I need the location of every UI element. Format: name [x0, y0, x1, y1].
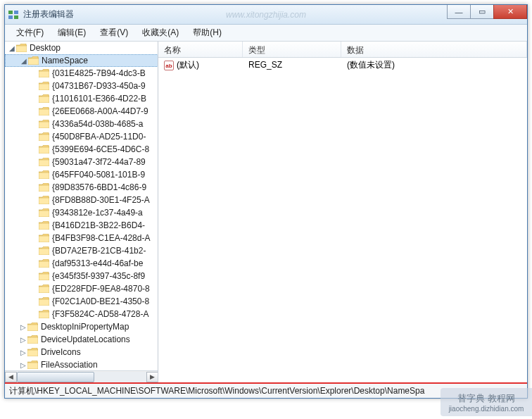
tree-item-guid-3[interactable]: {26EE0668-A00A-44D7-9: [5, 105, 158, 118]
tree-item-guid-17[interactable]: {ED228FDF-9EA8-4870-8: [5, 282, 158, 295]
statusbar: 计算机\HKEY_LOCAL_MACHINE\SOFTWARE\Microsof…: [5, 382, 527, 398]
tree-item-guid-0[interactable]: {031E4825-7B94-4dc3-B: [5, 67, 158, 80]
tree-item-guid-15[interactable]: {daf95313-e44d-46af-be: [5, 257, 158, 270]
expander-icon[interactable]: ▷: [19, 349, 27, 356]
col-header-name[interactable]: 名称: [158, 42, 243, 57]
scroll-track[interactable]: [17, 372, 146, 382]
menu-view[interactable]: 查看(V): [93, 25, 135, 41]
tree-label: {e345f35f-9397-435c-8f9: [52, 271, 145, 281]
tree-item-guid-6[interactable]: {5399E694-6CE5-4D6C-8: [5, 143, 158, 156]
tree-label: {450D8FBA-AD25-11D0-: [52, 132, 146, 142]
window-title: 注册表编辑器: [23, 8, 74, 20]
maximize-button[interactable]: ▭: [470, 5, 494, 19]
tree-item-driveicons[interactable]: ▷DriveIcons: [5, 346, 158, 358]
folder-icon: [39, 259, 49, 268]
window-frame: 注册表编辑器 www.xitongzhijia.com — ▭ ✕ 文件(F) …: [4, 4, 528, 399]
tree-label: {11016101-E366-4D22-B: [52, 94, 146, 104]
minimize-button[interactable]: —: [447, 5, 471, 19]
tree-item-guid-4[interactable]: {4336a54d-038b-4685-a: [5, 118, 158, 130]
tree-label: {B4FB3F98-C1EA-428d-A: [52, 233, 150, 243]
col-header-data[interactable]: 数据: [341, 42, 527, 57]
tree-item-guid-13[interactable]: {B4FB3F98-C1EA-428d-A: [5, 232, 158, 244]
expander-icon[interactable]: ▷: [19, 323, 27, 331]
folder-icon: [27, 361, 38, 369]
tree-item-deviceupdatelocations[interactable]: ▷DeviceUpdateLocations: [5, 333, 158, 346]
tree-root-desktop[interactable]: ◢Desktop: [5, 42, 158, 54]
scroll-right-button[interactable]: ▶: [146, 372, 158, 382]
close-button[interactable]: ✕: [493, 5, 527, 19]
tree-item-guid-14[interactable]: {BD7A2E7B-21CB-41b2-: [5, 244, 158, 257]
menubar: 文件(F) 编辑(E) 查看(V) 收藏夹(A) 帮助(H): [5, 25, 527, 42]
folder-icon: [39, 158, 49, 166]
folder-icon: [39, 234, 49, 242]
tree-pane[interactable]: ◢Desktop◢NameSpace{031E4825-7B94-4dc3-B{…: [5, 42, 158, 382]
scroll-left-button[interactable]: ◀: [5, 372, 17, 382]
expander-icon[interactable]: ▷: [19, 361, 27, 369]
tree-label: {645FF040-5081-101B-9: [52, 170, 145, 180]
tree-label: {9343812e-1c37-4a49-a: [52, 208, 143, 218]
folder-icon: [27, 323, 38, 331]
folder-icon: [28, 56, 39, 65]
tree-label: {89D83576-6BD1-4c86-9: [52, 182, 146, 192]
tree-label: {daf95313-e44d-46af-be: [52, 258, 143, 268]
svg-rect-3: [14, 15, 18, 19]
expander-icon[interactable]: ▷: [19, 336, 27, 344]
tree-label: DesktopIniPropertyMap: [41, 322, 129, 332]
scroll-thumb[interactable]: [17, 372, 94, 382]
menu-help[interactable]: 帮助(H): [186, 25, 229, 41]
tree-item-desktopinipropertymap[interactable]: ▷DesktopIniPropertyMap: [5, 320, 158, 333]
tree-item-guid-12[interactable]: {B416D21B-3B22-B6D4-: [5, 219, 158, 232]
folder-icon: [39, 82, 49, 90]
tree-item-guid-11[interactable]: {9343812e-1c37-4a49-a: [5, 206, 158, 219]
content-area: ◢Desktop◢NameSpace{031E4825-7B94-4dc3-B{…: [5, 42, 527, 382]
folder-icon: [39, 145, 49, 154]
tree-item-guid-8[interactable]: {645FF040-5081-101B-9: [5, 168, 158, 181]
tree-item-namespace[interactable]: ◢NameSpace: [5, 54, 158, 67]
list-body[interactable]: ab(默认)REG_SZ(数值未设置): [158, 58, 527, 382]
tree-label: {031E4825-7B94-4dc3-B: [52, 68, 146, 78]
tree-item-guid-19[interactable]: {F3F5824C-AD58-4728-A: [5, 308, 158, 320]
tree-label: {26EE0668-A00A-44D7-9: [52, 106, 148, 116]
tree-item-guid-9[interactable]: {89D83576-6BD1-4c86-9: [5, 181, 158, 194]
tree-hscrollbar[interactable]: ◀ ▶: [5, 370, 158, 382]
tree-label: {5399E694-6CE5-4D6C-8: [52, 144, 149, 154]
menu-edit[interactable]: 编辑(E): [51, 25, 93, 41]
folder-icon: [39, 69, 49, 77]
expander-icon[interactable]: ◢: [8, 44, 16, 52]
titlebar[interactable]: 注册表编辑器 www.xitongzhijia.com — ▭ ✕: [5, 5, 527, 25]
tree-item-guid-18[interactable]: {F02C1A0D-BE21-4350-8: [5, 295, 158, 308]
tree-label: {F3F5824C-AD58-4728-A: [52, 309, 148, 319]
folder-icon: [39, 196, 49, 204]
tree-label: {04731B67-D933-450a-9: [52, 81, 146, 91]
folder-icon: [39, 183, 49, 192]
folder-icon: [39, 107, 49, 115]
watermark-text: www.xitongzhijia.com: [226, 10, 306, 20]
folder-icon: [39, 120, 49, 128]
folder-icon: [39, 310, 49, 318]
expander-icon[interactable]: ◢: [20, 57, 28, 65]
tree-label: Desktop: [30, 43, 61, 53]
tree-label: {4336a54d-038b-4685-a: [52, 119, 143, 129]
tree-item-fileassociation[interactable]: ▷FileAssociation: [5, 358, 158, 371]
statusbar-path: 计算机\HKEY_LOCAL_MACHINE\SOFTWARE\Microsof…: [9, 385, 424, 397]
col-header-type[interactable]: 类型: [243, 42, 341, 57]
folder-icon: [39, 221, 49, 230]
tree-label: {ED228FDF-9EA8-4870-8: [52, 284, 150, 294]
window-controls: — ▭ ✕: [448, 5, 527, 19]
tree-label: {59031a47-3f72-44a7-89: [52, 157, 146, 167]
list-row[interactable]: ab(默认)REG_SZ(数值未设置): [158, 58, 527, 72]
tree-item-guid-7[interactable]: {59031a47-3f72-44a7-89: [5, 156, 158, 168]
tree-item-guid-16[interactable]: {e345f35f-9397-435c-8f9: [5, 270, 158, 282]
tree-item-guid-10[interactable]: {8FD8B88D-30E1-4F25-A: [5, 194, 158, 206]
tree-item-guid-5[interactable]: {450D8FBA-AD25-11D0-: [5, 130, 158, 143]
tree-item-guid-1[interactable]: {04731B67-D933-450a-9: [5, 80, 158, 92]
folder-icon: [39, 246, 49, 255]
tree-item-guid-2[interactable]: {11016101-E366-4D22-B: [5, 92, 158, 105]
tree-label: {F02C1A0D-BE21-4350-8: [52, 296, 149, 306]
menu-favorites[interactable]: 收藏夹(A): [135, 25, 186, 41]
menu-file[interactable]: 文件(F): [9, 25, 51, 41]
cell-data: (数值未设置): [341, 59, 527, 71]
cell-type: REG_SZ: [243, 60, 341, 70]
folder-icon: [39, 284, 49, 293]
list-header: 名称 类型 数据: [158, 42, 527, 58]
